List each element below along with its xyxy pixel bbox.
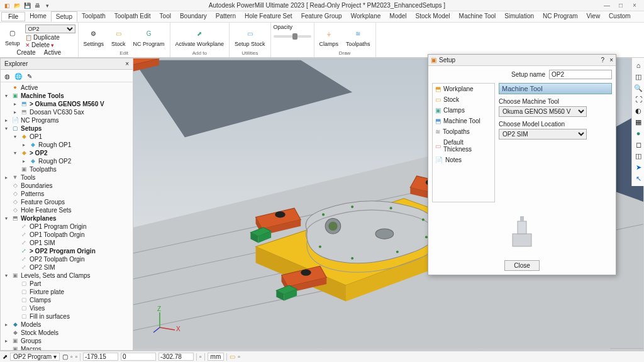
tree-node[interactable]: ▸◆Models <box>3 321 130 329</box>
duplicate-button[interactable]: 📋 Duplicate <box>25 34 75 41</box>
tree-node[interactable]: ▸◆Rough OP2 <box>3 157 130 165</box>
view-wire-icon[interactable]: ▦ <box>633 117 643 127</box>
qat-save-icon[interactable]: 💾 <box>23 1 31 10</box>
view-arrow-icon[interactable]: ➤ <box>633 162 643 172</box>
view-cursor-icon[interactable]: ↖ <box>633 173 643 184</box>
tree-node[interactable]: ▾◆OP1 <box>3 133 130 141</box>
tree-node[interactable]: ▾⬒Workplanes <box>3 214 130 222</box>
tree-node[interactable]: ⤢OP1 Toolpath Orgin <box>3 231 130 239</box>
explorer-close-icon[interactable]: × <box>125 60 129 67</box>
dialog-nav-item[interactable]: ⬒Machine Tool <box>433 116 494 126</box>
status-icon2[interactable]: ▫ <box>70 353 73 360</box>
tree-node[interactable]: ▾◆> OP2 <box>3 149 130 157</box>
minimize-button[interactable]: — <box>602 2 611 9</box>
menu-machine-tool[interactable]: Machine Tool <box>455 11 501 22</box>
status-y[interactable]: 0 <box>121 353 156 361</box>
view-box2-icon[interactable]: ◫ <box>633 151 643 161</box>
dialog-help-button[interactable]: ? <box>601 57 605 63</box>
view-mode-icon[interactable]: ◐ <box>633 106 643 116</box>
explorer-tool-icon[interactable]: ◍ <box>2 71 12 81</box>
tree-node[interactable]: ▸⬒> Okuma GENOS M560 V <box>3 100 130 108</box>
tree-node[interactable]: ▢Part <box>3 280 130 288</box>
tree-node[interactable]: ▢Clamps <box>3 296 130 304</box>
view-shade-icon[interactable]: ● <box>633 128 643 138</box>
model-location-select[interactable]: OP2 SIM <box>499 129 587 140</box>
status-icon1[interactable]: ▢ <box>62 353 68 360</box>
setup-combo[interactable]: OP2 <box>25 25 75 33</box>
menu-toolpath[interactable]: Toolpath <box>77 11 110 22</box>
tree-node[interactable]: ▸📄NC Programs <box>3 116 130 124</box>
menu-nc-program[interactable]: NC Program <box>538 11 582 22</box>
menu-tool[interactable]: Tool <box>155 11 175 22</box>
tree-node[interactable]: ◇Patterns <box>3 190 130 198</box>
tree-node[interactable]: ▢Vises <box>3 304 130 312</box>
setup-stock-button[interactable]: ▭Setup Stock <box>232 27 268 48</box>
dialog-nav-item[interactable]: ⬒Workplane <box>433 84 494 94</box>
opacity-slider[interactable] <box>274 35 311 38</box>
tree-node[interactable]: ▾▣Levels, Sets and Clamps <box>3 272 130 280</box>
menu-stock-model[interactable]: Stock Model <box>411 11 455 22</box>
menu-model[interactable]: Model <box>385 11 411 22</box>
settings-button[interactable]: ⚙Settings <box>81 27 107 48</box>
tree-node[interactable]: ▣Toolpaths <box>3 165 130 173</box>
tree-node[interactable]: ▾▢Setups <box>3 124 130 133</box>
setup-button[interactable]: ▢Setup <box>3 26 23 47</box>
tree-node[interactable]: ⤢OP1 SIM <box>3 239 130 247</box>
menu-toolpath-edit[interactable]: Toolpath Edit <box>110 11 155 22</box>
file-menu[interactable]: File <box>1 12 25 21</box>
tree-node[interactable]: ⤢OP1 Program Origin <box>3 222 130 231</box>
menu-boundary[interactable]: Boundary <box>175 11 211 22</box>
tree-node[interactable]: ▾▣Machine Tools <box>3 92 130 100</box>
maximize-button[interactable]: □ <box>616 2 625 9</box>
explorer-globe-icon[interactable]: 🌐 <box>13 71 23 81</box>
menu-hole-feature-set[interactable]: Hole Feature Set <box>240 11 297 22</box>
tree-node[interactable]: ▢Fill in surfaces <box>3 312 130 321</box>
view-zoom-icon[interactable]: 🔍 <box>633 83 643 93</box>
menu-home[interactable]: Home <box>25 11 51 22</box>
setup-name-input[interactable] <box>549 70 612 79</box>
tree-node[interactable]: ◇Feature Groups <box>3 198 130 206</box>
menu-pattern[interactable]: Pattern <box>211 11 240 22</box>
tree-node[interactable]: ⤢OP2 Toolpath Orgin <box>3 255 130 263</box>
explorer-tree[interactable]: ●Active▾▣Machine Tools▸⬒> Okuma GENOS M5… <box>1 82 133 350</box>
tree-node[interactable]: ▸▣Groups <box>3 337 130 345</box>
delete-button[interactable]: ✕ Delete ▾ <box>25 41 75 48</box>
status-program-combo[interactable]: OP2 Program ▾ <box>10 353 60 361</box>
menu-feature-group[interactable]: Feature Group <box>297 11 347 22</box>
menu-workplane[interactable]: Workplane <box>347 11 386 22</box>
view-box-icon[interactable]: ◻ <box>633 140 643 150</box>
qat-menu-icon[interactable]: ◧ <box>3 1 11 10</box>
qat-open-icon[interactable]: 📂 <box>13 1 21 10</box>
tree-node[interactable]: ⤢> OP2 Program Origin <box>3 247 130 255</box>
machine-tool-select[interactable]: Okuma GENOS M560 V <box>499 106 587 117</box>
close-button[interactable]: × <box>630 2 639 9</box>
dialog-nav-item[interactable]: 📄Notes <box>433 155 494 165</box>
tree-node[interactable]: ▸◆Rough OP1 <box>3 141 130 149</box>
status-wp-icon[interactable]: ⬈ <box>3 353 8 360</box>
tree-node[interactable]: ●Active <box>3 84 130 92</box>
qat-print-icon[interactable]: 🖶 <box>33 1 42 10</box>
stock-button[interactable]: ▭Stock <box>109 27 128 48</box>
view-home-icon[interactable]: ⌂ <box>633 60 643 70</box>
menu-simulation[interactable]: Simulation <box>500 11 538 22</box>
tree-node[interactable]: ◆Stock Models <box>3 329 130 337</box>
view-cube-icon[interactable]: ◫ <box>633 72 643 82</box>
clamps-button[interactable]: ⏚Clamps <box>317 27 341 48</box>
tree-node[interactable]: ⤢OP2 SIM <box>3 263 130 272</box>
nc-program-button[interactable]: GNC Program <box>131 27 167 48</box>
menu-setup[interactable]: Setup <box>51 11 77 22</box>
dialog-nav[interactable]: ⬒Workplane▭Stock▣Clamps⬒Machine Tool≋Too… <box>432 83 495 202</box>
menu-custom[interactable]: Custom <box>604 11 635 22</box>
tree-node[interactable]: ▸▼Tools <box>3 173 130 182</box>
status-icon5[interactable]: ▭ <box>230 353 235 360</box>
status-icon3[interactable]: ▫ <box>75 353 77 360</box>
dialog-nav-item[interactable]: ▭Stock <box>433 94 494 105</box>
dialog-close-button[interactable]: × <box>609 57 613 63</box>
status-z[interactable]: -302.78 <box>158 353 194 361</box>
tree-node[interactable]: ◇Boundaries <box>3 182 130 190</box>
dialog-nav-item[interactable]: ≋Toolpaths <box>433 126 494 137</box>
qat-down-icon[interactable]: ▾ <box>43 1 52 10</box>
status-unit[interactable]: mm <box>208 353 225 361</box>
tree-node[interactable]: ▸⬒Doosan VC630 5ax <box>3 108 130 116</box>
menu-view[interactable]: View <box>582 11 605 22</box>
